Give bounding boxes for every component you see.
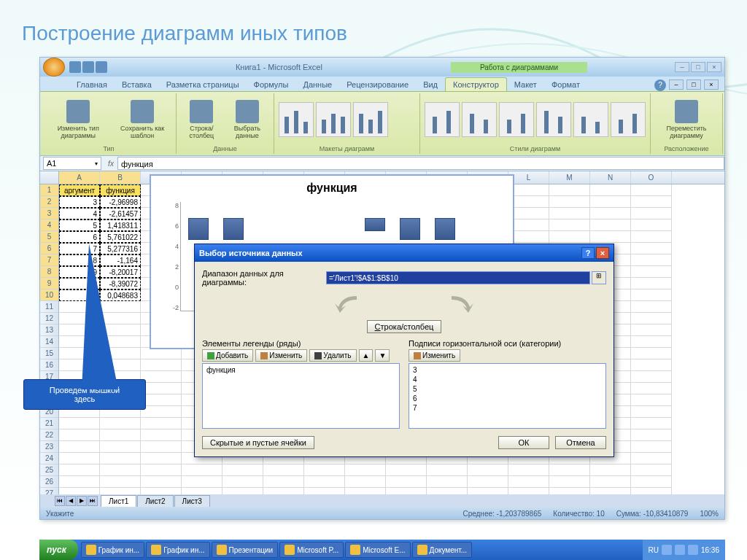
cell[interactable]	[141, 383, 182, 394]
select-all-corner[interactable]	[40, 171, 59, 184]
cell[interactable]	[141, 464, 182, 476]
cell[interactable]	[631, 464, 672, 476]
language-indicator[interactable]: RU	[649, 546, 659, 554]
cell[interactable]	[508, 231, 549, 243]
tray-icon[interactable]	[662, 545, 672, 555]
cell[interactable]	[631, 429, 672, 441]
col-header-L[interactable]: L	[508, 171, 549, 184]
cell[interactable]	[182, 476, 222, 488]
cell[interactable]	[141, 371, 182, 383]
save-template-button[interactable]: Сохранить как шаблон	[113, 98, 171, 141]
cell[interactable]: функция	[100, 184, 141, 196]
cell[interactable]	[631, 336, 672, 348]
hidden-cells-button[interactable]: Скрытые и пустые ячейки	[202, 436, 314, 449]
cell[interactable]	[141, 348, 182, 359]
style-4[interactable]	[536, 102, 571, 137]
layout-2[interactable]	[316, 102, 351, 137]
cell[interactable]	[100, 453, 141, 464]
cell[interactable]	[59, 476, 100, 488]
sheet-tab-2[interactable]: Лист2	[137, 495, 173, 507]
cell[interactable]	[100, 441, 141, 453]
row-header[interactable]: 7	[40, 254, 59, 266]
cell[interactable]	[508, 208, 549, 219]
edit-series-button[interactable]: Изменить	[255, 349, 307, 362]
tab-page-layout[interactable]: Разметка страницы	[159, 78, 247, 91]
delete-series-button[interactable]: Удалить	[309, 349, 356, 362]
row-header[interactable]: 4	[40, 219, 59, 231]
row-header[interactable]: 22	[40, 429, 59, 441]
categories-list[interactable]: 34567	[409, 363, 606, 429]
col-header-O[interactable]: O	[631, 171, 672, 184]
cell[interactable]	[508, 476, 549, 488]
cell[interactable]	[590, 184, 631, 196]
cell[interactable]	[631, 208, 672, 219]
row-header[interactable]: 26	[40, 476, 59, 488]
cell[interactable]	[631, 313, 672, 324]
chart-styles-gallery[interactable]	[425, 95, 646, 144]
cell[interactable]	[59, 441, 100, 453]
sheet-nav-first[interactable]: ⏮	[55, 496, 65, 506]
formula-input[interactable]: функция	[117, 157, 724, 170]
tab-view[interactable]: Вид	[416, 78, 445, 91]
ribbon-restore-button[interactable]: □	[686, 79, 701, 90]
col-header-N[interactable]: N	[590, 171, 631, 184]
ribbon-close-button[interactable]: ×	[704, 79, 719, 90]
minimize-button[interactable]: –	[675, 62, 689, 72]
cell[interactable]	[631, 196, 672, 208]
tab-formulas[interactable]: Формулы	[247, 78, 296, 91]
cell[interactable]	[141, 418, 182, 429]
row-header[interactable]: 23	[40, 441, 59, 453]
cell[interactable]	[549, 219, 590, 231]
cell[interactable]	[590, 208, 631, 219]
cell[interactable]	[468, 476, 508, 488]
sheet-nav-prev[interactable]: ◀	[66, 496, 76, 506]
cell[interactable]	[141, 359, 182, 371]
cell[interactable]	[100, 476, 141, 488]
help-icon[interactable]: ?	[654, 79, 666, 91]
cell[interactable]	[508, 219, 549, 231]
cell[interactable]: 5,761022	[100, 231, 141, 243]
row-header[interactable]: 24	[40, 453, 59, 464]
sheet-nav-next[interactable]: ▶	[77, 496, 87, 506]
list-item[interactable]: функция	[204, 365, 398, 375]
add-series-button[interactable]: Добавить	[202, 349, 253, 362]
row-header[interactable]: 14	[40, 336, 59, 348]
dialog-title-bar[interactable]: Выбор источника данных ? ×	[195, 244, 614, 262]
row-header[interactable]: 5	[40, 231, 59, 243]
cell[interactable]	[304, 476, 345, 488]
cell[interactable]	[508, 184, 549, 196]
name-box[interactable]: A1	[43, 157, 101, 170]
row-header[interactable]: 3	[40, 208, 59, 219]
cell[interactable]	[141, 394, 182, 406]
row-header[interactable]: 9	[40, 278, 59, 289]
cell[interactable]	[141, 453, 182, 464]
cell[interactable]	[549, 464, 590, 476]
cell[interactable]: 5	[59, 219, 100, 231]
cell[interactable]	[549, 476, 590, 488]
ribbon-minimize-button[interactable]: –	[669, 79, 684, 90]
start-button[interactable]: пуск	[39, 540, 78, 560]
clock[interactable]: 16:36	[701, 546, 719, 554]
cell[interactable]	[631, 278, 672, 289]
cell[interactable]	[631, 289, 672, 301]
taskbar-item[interactable]: Презентации	[212, 542, 279, 558]
tab-review[interactable]: Рецензирование	[339, 78, 416, 91]
cell[interactable]: -2,96998	[100, 196, 141, 208]
cell[interactable]	[631, 348, 672, 359]
cell[interactable]	[549, 196, 590, 208]
select-data-button[interactable]: Выбрать данные	[225, 98, 269, 141]
row-header[interactable]: 13	[40, 324, 59, 336]
taskbar-item[interactable]: Документ...	[412, 542, 473, 558]
list-item[interactable]: 3	[411, 365, 604, 375]
cell[interactable]	[631, 453, 672, 464]
list-item[interactable]: 4	[411, 375, 604, 384]
taskbar-item[interactable]: Microsoft P...	[279, 542, 344, 558]
list-item[interactable]: 7	[411, 403, 604, 413]
tray-icon[interactable]	[675, 545, 685, 555]
cell[interactable]	[631, 476, 672, 488]
cell[interactable]	[427, 476, 468, 488]
row-header[interactable]: 1	[40, 184, 59, 196]
cell[interactable]: 1,418311	[100, 219, 141, 231]
style-6[interactable]	[611, 102, 646, 137]
cell[interactable]	[508, 464, 549, 476]
